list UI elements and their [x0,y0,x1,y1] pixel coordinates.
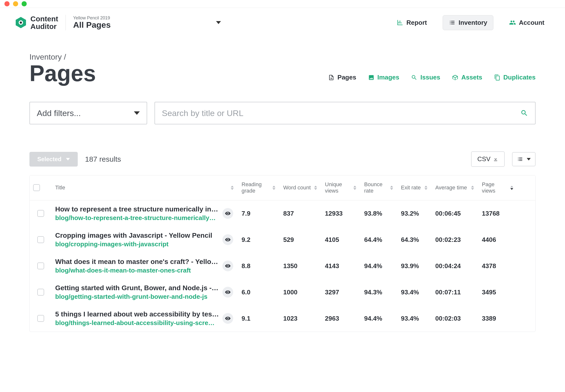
window-zoom-button[interactable] [22,1,27,6]
table-row[interactable]: Getting started with Grunt, Bower, and N… [30,279,535,305]
nav-account[interactable]: Account [503,15,550,30]
selected-button[interactable]: Selected [29,152,78,167]
divider [66,15,66,30]
sort-icon [425,186,427,190]
row-title: Cropping images with Javascript - Yellow… [55,232,219,239]
row-title: Getting started with Grunt, Bower, and N… [55,284,219,292]
row-avg-time: 00:04:24 [432,262,478,270]
row-url[interactable]: blog/getting-started-with-grunt-bower-an… [55,293,219,300]
row-unique-views: 4105 [321,236,361,244]
table-row[interactable]: What does it mean to master one's craft?… [30,253,535,279]
row-bounce-rate: 94.4% [361,315,398,322]
row-checkbox[interactable] [37,236,44,243]
col-unique-views[interactable]: Unique views [321,175,361,200]
row-url[interactable]: blog/cropping-images-with-javascript [55,240,219,248]
main-content: Inventory / Pages Pages Images Issues As… [0,38,565,332]
search-field-wrapper [154,102,536,124]
row-unique-views: 4143 [321,262,361,270]
row-checkbox[interactable] [37,315,44,322]
eye-icon [225,210,231,216]
row-url[interactable]: blog/how-to-represent-a-tree-structure-n… [55,214,219,222]
results-table: Title Reading grade Word count Unique vi… [29,175,536,332]
row-avg-time: 00:02:23 [432,236,478,244]
row-exit-rate: 93.4% [398,289,432,296]
row-checkbox[interactable] [37,289,44,295]
row-checkbox[interactable] [37,263,44,269]
col-bounce-rate[interactable]: Bounce rate [361,175,398,200]
row-reading-grade: 8.8 [238,262,280,270]
preview-button[interactable] [222,313,233,324]
col-title[interactable]: Title [52,175,238,200]
tab-images[interactable]: Images [368,74,400,81]
row-title: How to represent a tree structure numeri… [55,205,219,213]
col-avg-time[interactable]: Average time [432,175,478,200]
row-word-count: 1000 [280,289,321,296]
preview-button[interactable] [222,261,233,271]
preview-button[interactable] [222,208,233,219]
col-page-views[interactable]: Page views [478,175,518,200]
row-page-views: 3495 [478,289,518,296]
window-close-button[interactable] [4,1,10,6]
row-word-count: 837 [280,210,321,217]
table-row[interactable]: 5 things I learned about web accessibili… [30,305,535,332]
chevron-down-icon [134,111,140,115]
row-page-views: 3389 [478,315,518,322]
sort-icon [510,186,513,190]
breadcrumb[interactable]: Inventory / [29,53,96,62]
row-exit-rate: 93.2% [398,210,432,217]
row-bounce-rate: 64.4% [361,236,398,244]
sort-icon [353,186,356,190]
row-bounce-rate: 94.3% [361,289,398,296]
tab-issues[interactable]: Issues [411,74,440,81]
tab-duplicates[interactable]: Duplicates [494,74,536,81]
row-checkbox[interactable] [37,210,44,217]
nav-report[interactable]: Report [391,15,433,30]
eye-icon [225,237,231,243]
table-body: How to represent a tree structure numeri… [30,200,535,332]
select-all-checkbox[interactable] [33,184,40,191]
eye-icon [225,315,231,321]
tab-assets[interactable]: Assets [452,74,482,81]
list-view-icon [517,156,523,162]
add-filters-dropdown[interactable]: Add filters... [29,102,147,124]
table-header: Title Reading grade Word count Unique vi… [30,175,535,200]
col-reading-grade[interactable]: Reading grade [238,175,280,200]
row-title: 5 things I learned about web accessibili… [55,310,219,318]
col-exit-rate[interactable]: Exit rate [398,175,432,200]
col-word-count[interactable]: Word count [280,175,321,200]
table-row[interactable]: Cropping images with Javascript - Yellow… [30,227,535,253]
app-logo[interactable]: Content Auditor [15,15,58,30]
project-selector[interactable]: Yellow Pencil 2019 All Pages [73,15,110,30]
row-bounce-rate: 93.8% [361,210,398,217]
view-mode-dropdown[interactable] [512,152,536,166]
row-word-count: 1350 [280,262,321,270]
export-csv-button[interactable]: CSV [471,151,505,167]
row-exit-rate: 93.9% [398,262,432,270]
row-avg-time: 00:02:03 [432,315,478,322]
row-avg-time: 00:06:45 [432,210,478,217]
window-minimize-button[interactable] [13,1,18,6]
row-page-views: 4378 [478,262,518,270]
row-url[interactable]: blog/things-learned-about-accessibility-… [55,319,219,327]
table-row[interactable]: How to represent a tree structure numeri… [30,200,535,227]
image-icon [368,74,374,81]
search-icon[interactable] [520,109,528,117]
search-input[interactable] [162,108,520,118]
sort-icon [390,186,393,190]
preview-button[interactable] [222,287,233,297]
row-unique-views: 3297 [321,289,361,296]
users-icon [509,19,516,26]
sort-icon [471,186,474,190]
preview-button[interactable] [222,234,233,245]
row-avg-time: 00:07:11 [432,289,478,296]
row-reading-grade: 7.9 [238,210,280,217]
project-dropdown-icon[interactable] [216,21,221,24]
col-checkbox [30,175,52,200]
nav-inventory[interactable]: Inventory [443,15,493,30]
row-url[interactable]: blog/what-does-it-mean-to-master-ones-cr… [55,267,219,274]
top-navigation: Report Inventory Account [391,15,550,30]
hexagon-logo-icon [15,16,27,29]
window-chrome [0,0,565,8]
tab-pages[interactable]: Pages [328,74,356,81]
chevron-down-icon [527,158,531,160]
